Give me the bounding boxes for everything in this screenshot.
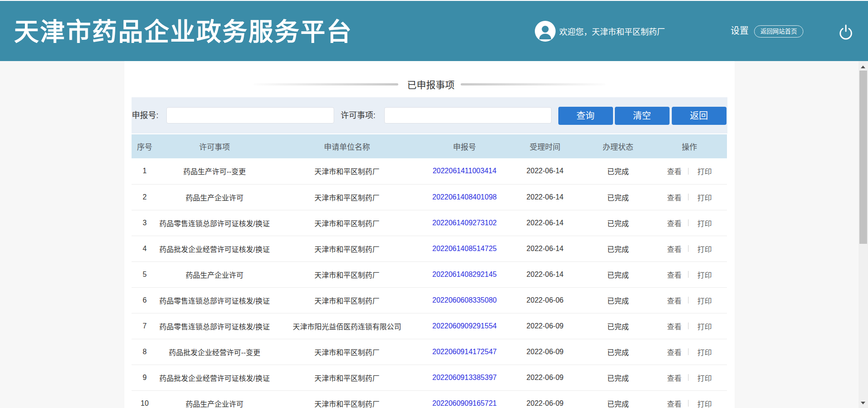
vertical-scrollbar[interactable] [859,61,868,408]
view-link[interactable]: 查看 [667,295,681,306]
cell-accept-date: 2022-06-09 [506,390,584,408]
cell-accept-date: 2022-06-14 [506,210,584,236]
cell-seq: 5 [132,261,158,287]
col-header-accept-date: 受理时间 [506,134,584,158]
row-actions: 查看打印 [667,295,712,306]
table-row: 2药品生产企业许可天津市和平区制药厂20220614084010982022-0… [132,184,727,210]
cell-license-item: 药品批发企业经营许可--变更 [158,339,271,365]
cell-seq: 6 [132,287,158,313]
col-header-declare-no: 申报号 [423,134,506,158]
scrollbar-down-arrow-icon[interactable] [861,402,865,404]
view-link[interactable]: 查看 [667,372,681,383]
col-header-status: 办理状态 [584,134,652,158]
cell-seq: 4 [132,236,158,261]
cell-status: 已完成 [584,158,652,184]
view-link[interactable]: 查看 [667,346,681,357]
row-actions: 查看打印 [667,192,712,203]
cell-seq: 2 [132,184,158,210]
declare-no-link[interactable]: 2022061409273102 [432,219,496,227]
view-link[interactable]: 查看 [667,218,681,228]
cell-accept-date: 2022-06-09 [506,339,584,365]
cell-accept-date: 2022-06-14 [506,261,584,287]
view-link[interactable]: 查看 [667,192,681,203]
title-decor-line-right [461,83,605,85]
table-body: 1药品生产许可--变更天津市和平区制药厂20220614110034142022… [132,158,727,408]
print-link[interactable]: 打印 [698,269,712,280]
col-header-actions: 操作 [652,134,727,158]
print-link[interactable]: 打印 [698,295,712,306]
power-icon[interactable] [839,24,853,40]
row-actions: 查看打印 [667,243,712,254]
cell-org-name: 天津市和平区制药厂 [271,365,423,390]
print-link[interactable]: 打印 [698,372,712,383]
table-header-row: 序号 许可事项 申请单位名称 申报号 受理时间 办理状态 操作 [132,134,727,158]
cell-seq: 9 [132,365,158,390]
cell-declare-no: 2022061408401098 [423,184,506,210]
cell-status: 已完成 [584,313,652,339]
filter-label-declare-no: 申报号: [132,97,159,133]
action-divider [688,245,689,252]
cell-seq: 8 [132,339,158,365]
declare-no-link[interactable]: 2022060909165721 [432,399,496,407]
cell-org-name: 天津市和平区制药厂 [271,210,423,236]
cell-actions: 查看打印 [652,287,727,313]
cell-declare-no: 2022061411003414 [423,158,506,184]
user-avatar-icon [535,21,556,42]
cell-declare-no: 2022060909291554 [423,313,506,339]
back-to-home-button[interactable]: 返回网站首页 [754,25,803,38]
cell-org-name: 天津市和平区制药厂 [271,158,423,184]
declare-no-link[interactable]: 2022060913385397 [432,374,496,381]
cell-declare-no: 2022060608335080 [423,287,506,313]
cell-accept-date: 2022-06-06 [506,287,584,313]
filter-label-license-item: 许可事项: [341,97,376,133]
user-area: 欢迎您，天津市和平区制药厂 [535,1,665,61]
query-button[interactable]: 查询 [558,107,613,125]
declare-no-link[interactable]: 2022061408514725 [432,245,496,252]
cell-license-item: 药品批发企业经营许可证核发/换证 [158,236,271,261]
scrollbar-thumb[interactable] [859,71,867,244]
license-item-input[interactable] [384,107,552,123]
declare-no-link[interactable]: 2022061411003414 [433,167,496,175]
cell-status: 已完成 [584,184,652,210]
scrollbar-up-arrow-icon[interactable] [861,66,865,68]
declare-no-link[interactable]: 2022060914172547 [432,348,496,356]
back-button[interactable]: 返回 [672,107,726,125]
print-link[interactable]: 打印 [698,346,712,357]
cell-license-item: 药品零售连锁总部许可证核发/换证 [158,313,271,339]
cell-org-name: 天津市和平区制药厂 [271,287,423,313]
section-title: 已申报事项 [407,77,455,91]
cell-accept-date: 2022-06-14 [506,236,584,261]
action-divider [688,348,689,355]
cell-declare-no: 2022061408514725 [423,236,506,261]
cell-seq: 7 [132,313,158,339]
settings-link[interactable]: 设置 [731,1,749,61]
print-link[interactable]: 打印 [698,243,712,254]
print-link[interactable]: 打印 [698,218,712,228]
print-link[interactable]: 打印 [698,321,712,332]
cell-accept-date: 2022-06-09 [506,313,584,339]
view-link[interactable]: 查看 [667,269,681,280]
row-actions: 查看打印 [667,346,712,357]
print-link[interactable]: 打印 [698,192,712,203]
cell-accept-date: 2022-06-14 [506,184,584,210]
cell-actions: 查看打印 [652,236,727,261]
cell-org-name: 天津市和平区制药厂 [271,339,423,365]
clear-button[interactable]: 清空 [615,107,670,125]
declare-no-link[interactable]: 2022061408292145 [432,270,496,278]
table-row: 3药品零售连锁总部许可证核发/换证天津市和平区制药厂20220614092731… [132,210,727,236]
declare-no-link[interactable]: 2022060909291554 [432,322,496,330]
action-divider [688,194,689,200]
declare-no-link[interactable]: 2022060608335080 [432,296,496,304]
cell-license-item: 药品零售连锁总部许可证核发/换证 [158,210,271,236]
view-link[interactable]: 查看 [667,166,681,176]
cell-license-item: 药品批发企业经营许可证核发/换证 [158,365,271,390]
declare-no-input[interactable] [166,107,334,123]
table-row: 4药品批发企业经营许可证核发/换证天津市和平区制药厂20220614085147… [132,236,727,261]
view-link[interactable]: 查看 [667,243,681,254]
declare-no-link[interactable]: 2022061408401098 [432,193,496,201]
print-link[interactable]: 打印 [698,166,712,176]
view-link[interactable]: 查看 [667,321,681,332]
view-link[interactable]: 查看 [667,398,681,408]
print-link[interactable]: 打印 [698,398,712,408]
cell-license-item: 药品生产企业许可 [158,184,271,210]
